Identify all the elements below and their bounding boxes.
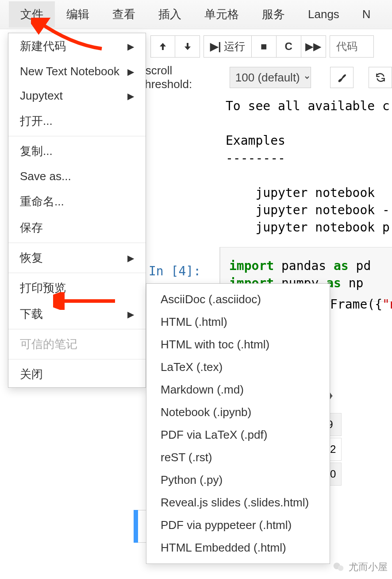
arrow-up-icon	[158, 42, 167, 51]
autoscroll-threshold-select[interactable]: 100 (default)	[230, 67, 311, 88]
refresh-icon	[375, 72, 386, 83]
separator	[8, 359, 146, 359]
menu-rename[interactable]: 重命名...	[8, 189, 146, 215]
restart-button[interactable]: C	[277, 35, 301, 58]
cell-prompt: In [4]:	[149, 264, 201, 278]
menu-save[interactable]: 保存	[8, 215, 146, 241]
download-submenu: AsciiDoc (.asciidoc) HTML (.html) HTML w…	[146, 283, 330, 564]
move-up-button[interactable]	[150, 35, 175, 58]
menu-jupytext[interactable]: Jupytext▶	[8, 84, 146, 108]
download-html[interactable]: HTML (.html)	[146, 311, 330, 333]
caret-right-icon: ▶	[127, 41, 134, 52]
dataframe-code-fragment: Frame({"n "a	[330, 296, 392, 330]
menu-open[interactable]: 打开...	[8, 108, 146, 134]
download-asciidoc[interactable]: AsciiDoc (.asciidoc)	[146, 288, 330, 311]
separator	[8, 136, 146, 136]
run-button[interactable]: ▶| 运行	[204, 35, 252, 58]
menu-file[interactable]: 文件	[9, 1, 55, 27]
arrow-down-icon	[183, 42, 192, 51]
menu-cell[interactable]: 单元格	[193, 1, 250, 27]
menu-new-code[interactable]: 新建代码▶	[8, 33, 146, 59]
download-revealjs[interactable]: Reveal.js slides (.slides.html)	[146, 491, 330, 514]
caret-right-icon: ▶	[127, 91, 134, 101]
menu-new-text-notebook[interactable]: New Text Notebook▶	[8, 59, 146, 84]
menu-langs[interactable]: Langs	[296, 2, 351, 27]
svg-point-1	[338, 565, 344, 571]
cell-type-select[interactable]: 代码	[330, 35, 374, 58]
stop-button[interactable]: ■	[252, 35, 277, 58]
cell-selection-indicator	[134, 510, 138, 543]
download-html-toc[interactable]: HTML with toc (.html)	[146, 333, 330, 356]
caret-right-icon: ▶	[127, 66, 134, 77]
menubar: 文件 编辑 查看 插入 单元格 服务 Langs N	[0, 0, 392, 29]
download-rest[interactable]: reST (.rst)	[146, 446, 330, 469]
menu-revert[interactable]: 恢复▶	[8, 245, 146, 271]
autoscroll-label: -scroll threshold:	[142, 64, 224, 91]
cell-type-label: 代码	[336, 39, 357, 54]
separator	[8, 273, 146, 273]
menu-print-preview[interactable]: 打印预览	[8, 275, 146, 301]
download-latex[interactable]: LaTeX (.tex)	[146, 356, 330, 378]
autoscroll-row: -scroll threshold: 100 (default)	[142, 64, 392, 91]
cell-border-fragment	[138, 510, 147, 543]
separator	[8, 329, 146, 329]
fast-forward-button[interactable]: ▶▶	[301, 35, 326, 58]
menu-copy[interactable]: 复制...	[8, 138, 146, 164]
wechat-icon	[332, 560, 345, 574]
output-text: To see all available c Examples --------…	[226, 97, 390, 236]
menu-navigate[interactable]: N	[351, 2, 382, 27]
brush-button[interactable]	[330, 67, 354, 88]
run-label: 运行	[224, 39, 245, 54]
brush-icon	[336, 72, 348, 83]
menu-kernel[interactable]: 服务	[250, 1, 296, 27]
menu-save-as[interactable]: Save as...	[8, 164, 146, 189]
move-down-button[interactable]	[175, 35, 200, 58]
stop-icon: ■	[261, 40, 267, 53]
separator	[8, 243, 146, 243]
file-dropdown: 新建代码▶ New Text Notebook▶ Jupytext▶ 打开...…	[8, 33, 146, 388]
fast-forward-icon: ▶▶	[305, 40, 321, 53]
download-markdown[interactable]: Markdown (.md)	[146, 378, 330, 401]
menu-edit[interactable]: 编辑	[55, 1, 101, 27]
restart-icon: C	[285, 40, 292, 53]
caret-right-icon: ▶	[127, 253, 134, 263]
refresh-button[interactable]	[369, 67, 392, 88]
download-pdf-pyppeteer[interactable]: PDF via pyppeteer (.html)	[146, 514, 330, 537]
download-pdf-latex[interactable]: PDF via LaTeX (.pdf)	[146, 424, 330, 446]
menu-download[interactable]: 下载▶	[8, 301, 146, 327]
download-notebook[interactable]: Notebook (.ipynb)	[146, 401, 330, 424]
toolbar: ▶| 运行 ■ C ▶▶ 代码	[150, 35, 374, 58]
download-html-embedded[interactable]: HTML Embedded (.html)	[146, 537, 330, 559]
menu-trusted-notebook: 可信的笔记	[8, 331, 146, 357]
run-icon: ▶|	[210, 40, 221, 53]
menu-view[interactable]: 查看	[101, 1, 147, 27]
watermark: 尤而小屋	[332, 560, 388, 574]
caret-right-icon: ▶	[127, 309, 134, 320]
menu-close[interactable]: 关闭	[8, 361, 146, 387]
download-python[interactable]: Python (.py)	[146, 469, 330, 491]
menu-insert[interactable]: 插入	[147, 1, 193, 27]
